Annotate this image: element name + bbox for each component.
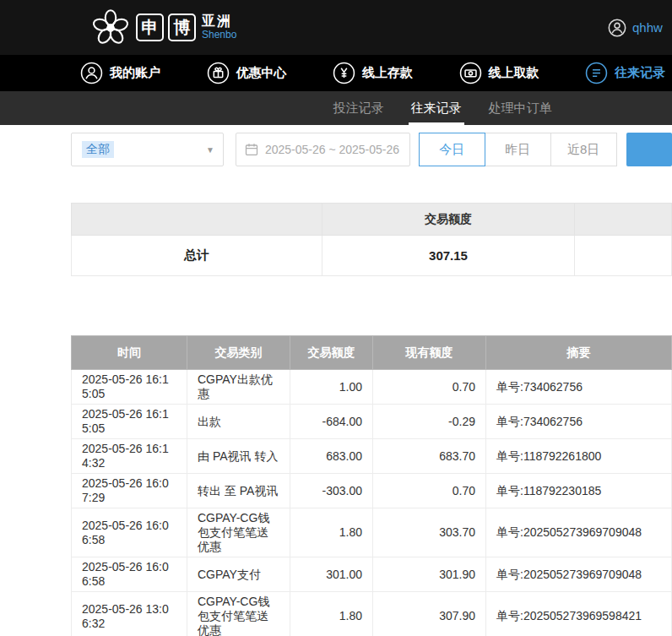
records-table: 时间 交易类别 交易额度 现有额度 摘要 2025-05-26 16:15:05… [71, 335, 672, 636]
table-cell: 2025-05-26 16:06:58 [72, 557, 187, 592]
summary-header-amount: 交易额度 [322, 204, 575, 236]
main-content: 全部 ▼ 2025-05-26 ~ 2025-05-26 今日 昨日 近8日 交… [0, 133, 672, 636]
nav-item-withdraw[interactable]: 线上取款 [459, 62, 539, 84]
summary-total-label: 总计 [72, 236, 322, 276]
search-button[interactable] [626, 133, 672, 166]
top-header: 申 博 亚洲 Shenbo qhhw [0, 0, 672, 55]
nav-item-promotions[interactable]: 优惠中心 [207, 62, 287, 84]
nav-item-transaction-records[interactable]: 往来记录 [585, 62, 665, 84]
summary-header-empty [575, 204, 672, 236]
table-cell: 单号:118792230185 [486, 474, 672, 508]
table-cell: 单号:202505273969598421 [486, 592, 672, 636]
nav-label: 线上存款 [362, 65, 413, 81]
table-cell: 683.00 [290, 439, 373, 474]
deposit-icon [333, 62, 355, 84]
table-row: 2025-05-26 16:07:29转出 至 PA视讯-303.000.70单… [72, 474, 672, 508]
tab-transaction-records[interactable]: 往来记录 [398, 91, 475, 125]
calendar-icon [245, 143, 258, 156]
col-header-balance: 现有额度 [373, 336, 486, 370]
logo-char-2: 博 [168, 14, 196, 41]
table-cell: 2025-05-26 16:06:58 [72, 508, 187, 557]
nav-label: 线上取款 [489, 65, 539, 81]
table-cell: 0.70 [373, 370, 486, 405]
table-cell: 301.90 [373, 557, 486, 592]
table-cell: 2025-05-26 16:07:29 [72, 474, 187, 508]
table-cell: 303.70 [373, 508, 486, 557]
table-cell: 1.00 [290, 370, 373, 405]
nav-item-deposit[interactable]: 线上存款 [333, 62, 413, 84]
user-account[interactable]: qhhw [608, 0, 663, 55]
table-row: 2025-05-26 16:06:58CGPAY支付301.00301.90单号… [72, 557, 672, 592]
table-cell: 单号:734062756 [486, 405, 672, 439]
logo-char-1: 申 [136, 14, 164, 41]
gift-icon [207, 62, 230, 84]
table-cell: -0.29 [373, 405, 486, 439]
user-icon [80, 62, 103, 84]
table-cell: -303.00 [290, 474, 373, 508]
table-row: 2025-05-26 16:15:05出款-684.00-0.29单号:7340… [72, 405, 672, 439]
date-shortcut-group: 今日 昨日 近8日 [419, 133, 617, 166]
table-row: 2025-05-26 16:15:05CGPAY出款优惠1.000.70单号:7… [72, 370, 672, 405]
table-cell: 1.80 [290, 508, 373, 557]
today-button[interactable]: 今日 [419, 133, 485, 166]
type-select[interactable]: 全部 ▼ [71, 133, 224, 166]
records-icon [585, 62, 608, 84]
col-header-type: 交易类别 [187, 336, 290, 370]
table-row: 2025-05-26 13:06:32CGPAY-CG钱包支付笔笔送优惠1.80… [72, 592, 672, 636]
table-cell: 2025-05-26 16:14:32 [72, 439, 187, 474]
last-8-days-button[interactable]: 近8日 [550, 133, 617, 166]
table-cell: 0.70 [373, 474, 486, 508]
date-range-value: 2025-05-26 ~ 2025-05-26 [265, 143, 399, 156]
table-cell: 683.70 [373, 439, 486, 474]
table-cell: 1.80 [290, 592, 373, 636]
yesterday-button[interactable]: 昨日 [485, 133, 551, 166]
col-header-summary: 摘要 [486, 336, 672, 370]
records-header-row: 时间 交易类别 交易额度 现有额度 摘要 [72, 336, 672, 370]
logo-region: 亚洲 [202, 14, 236, 29]
nav-item-my-account[interactable]: 我的账户 [80, 62, 160, 84]
user-avatar-icon [608, 19, 626, 37]
table-cell: 2025-05-26 16:15:05 [72, 370, 187, 405]
table-cell: 单号:118792261800 [486, 439, 672, 474]
table-cell: 转出 至 PA视讯 [187, 474, 290, 508]
table-cell: -684.00 [290, 405, 373, 439]
table-cell: 单号:734062756 [486, 370, 672, 405]
filter-bar: 全部 ▼ 2025-05-26 ~ 2025-05-26 今日 昨日 近8日 [71, 133, 672, 166]
summary-empty-cell [575, 236, 672, 276]
main-navigation: 我的账户 优惠中心 线上存款 线上 [0, 55, 672, 91]
table-cell: CGPAY支付 [187, 557, 290, 592]
records-body: 2025-05-26 16:15:05CGPAY出款优惠1.000.70单号:7… [72, 370, 672, 636]
nav-label: 优惠中心 [236, 65, 287, 81]
table-cell: 301.00 [290, 557, 373, 592]
tab-betting-records[interactable]: 投注记录 [320, 91, 398, 125]
tab-processing-orders[interactable]: 处理中订单 [475, 91, 566, 125]
type-select-value: 全部 [82, 141, 114, 158]
username[interactable]: qhhw [632, 20, 663, 35]
table-cell: CGPAY-CG钱包支付笔笔送优惠 [187, 592, 290, 636]
table-cell: 2025-05-26 16:15:05 [72, 405, 187, 439]
withdraw-icon [459, 62, 482, 84]
table-cell: CGPAY出款优惠 [187, 370, 290, 405]
table-cell: 2025-05-26 13:06:32 [72, 592, 187, 636]
chevron-down-icon: ▼ [206, 145, 214, 155]
col-header-time: 时间 [72, 336, 187, 370]
table-cell: 单号:202505273969709048 [486, 508, 672, 557]
table-cell: 单号:202505273969709048 [486, 557, 672, 592]
table-row: 2025-05-26 16:14:32由 PA视讯 转入683.00683.70… [72, 439, 672, 474]
table-cell: CGPAY-CG钱包支付笔笔送优惠 [187, 508, 290, 557]
col-header-amount: 交易额度 [290, 336, 373, 370]
nav-label: 我的账户 [110, 65, 160, 81]
summary-total-value: 307.15 [322, 236, 575, 276]
nav-label: 往来记录 [615, 65, 665, 81]
table-row: 2025-05-26 16:06:58CGPAY-CG钱包支付笔笔送优惠1.80… [72, 508, 672, 557]
table-cell: 出款 [187, 405, 290, 439]
summary-header-empty [72, 204, 322, 236]
flower-logo-icon [89, 7, 132, 49]
site-logo[interactable]: 申 博 亚洲 Shenbo [89, 7, 236, 49]
records-subnav: 投注记录 往来记录 处理中订单 [0, 91, 672, 125]
summary-table: 交易额度 总计 307.15 [71, 203, 672, 276]
logo-subtitle: Shenbo [202, 30, 236, 41]
date-range-input[interactable]: 2025-05-26 ~ 2025-05-26 [236, 133, 410, 166]
table-cell: 307.90 [373, 592, 486, 636]
table-cell: 由 PA视讯 转入 [187, 439, 290, 474]
